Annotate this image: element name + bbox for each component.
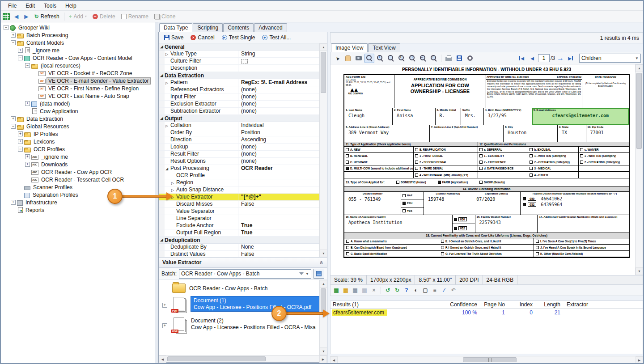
- scope-select[interactable]: Children ▼: [579, 54, 641, 63]
- property-row-description[interactable]: Description: [159, 65, 319, 72]
- undo-button[interactable]: ↶: [449, 286, 458, 294]
- forward-button[interactable]: ▶: [21, 13, 31, 20]
- add-button[interactable]: +Add▾: [66, 13, 89, 21]
- tree-expander[interactable]: +: [11, 200, 16, 205]
- test-single-button[interactable]: ▶Test Single: [219, 34, 258, 42]
- result-row[interactable]: cfears5sitemeter.com100 %1021: [330, 309, 643, 317]
- tree-item-lexicons[interactable]: +Lexicons: [1, 138, 155, 145]
- tree-expander[interactable]: −: [18, 55, 23, 60]
- thumbnails-button[interactable]: ≡: [431, 286, 439, 294]
- property-row-exclude-anchor[interactable]: Exclude AnchorTrue: [159, 222, 319, 229]
- replace-page-button[interactable]: ▦: [351, 286, 359, 294]
- pan-tool-button[interactable]: [343, 54, 353, 63]
- rotate-left-button[interactable]: ↺: [384, 286, 392, 294]
- editor-tab-scripting[interactable]: Scripting: [193, 23, 223, 32]
- zoom-out-button[interactable]: −: [386, 54, 396, 63]
- tree-item-ve-ocr-docket-reocr-zone[interactable]: VE OCR - Docket # - ReOCR Zone: [1, 69, 155, 77]
- annotate-button[interactable]: ∕: [440, 286, 448, 294]
- property-row-output-full-region[interactable]: Output Full RegionTrue: [159, 229, 319, 237]
- delete-page-button[interactable]: ×: [370, 286, 378, 294]
- print-button[interactable]: [444, 54, 453, 63]
- property-row-value-separator[interactable]: Value Separator: [159, 208, 319, 215]
- property-row-culture-filter[interactable]: Culture Filter: [159, 58, 319, 65]
- scroll-up-icon[interactable]: ▲: [636, 64, 643, 72]
- tree-item-global-resources[interactable]: −Global Resources: [1, 123, 155, 130]
- property-row-result-filter[interactable]: Result Filter(none): [159, 151, 319, 158]
- scroll-up-icon[interactable]: ▲: [320, 43, 327, 51]
- tree-item-ocr-profiles[interactable]: −OCR Profiles: [1, 145, 155, 153]
- tree-expander[interactable]: −: [18, 147, 23, 152]
- batch-document-document-1[interactable]: +PDFDocument (1)Cow App - Licensee - Pos…: [162, 296, 319, 313]
- save-image-button[interactable]: [454, 54, 464, 63]
- property-row-ocr-profile[interactable]: OCR Profile: [159, 172, 319, 179]
- panel-splitter[interactable]: [155, 22, 158, 363]
- editor-tab-data-type[interactable]: Data Type: [159, 23, 192, 32]
- property-row-value-type[interactable]: ▷Value TypeString: [159, 51, 319, 58]
- property-row-auto-snap-distance[interactable]: ▷Auto Snap Distance: [159, 186, 319, 194]
- scroll-right-icon[interactable]: ▶: [319, 356, 327, 363]
- zoom-width-button[interactable]: ↔: [418, 54, 428, 63]
- viewer-tab-image-view[interactable]: Image View: [331, 43, 368, 52]
- tree-item-ve-ocr-last-name-auto-snap[interactable]: VE OCR - Last Name - Auto Snap: [1, 92, 155, 100]
- menu-help[interactable]: Help: [61, 2, 81, 10]
- property-row-discard-misses[interactable]: Discard MissesFalse: [159, 201, 319, 208]
- viewport-scrollbar[interactable]: ▲ ▼: [635, 64, 643, 275]
- tree-expander[interactable]: −: [25, 63, 30, 68]
- scroll-down-icon[interactable]: ▼: [636, 267, 643, 275]
- scroll-down-icon[interactable]: ▼: [320, 250, 327, 257]
- tree-expander[interactable]: +: [11, 116, 16, 121]
- tree-item-local-resources[interactable]: −(local resources): [1, 62, 155, 69]
- previous-page-button[interactable]: ◀: [527, 54, 537, 63]
- zoom-actual-button[interactable]: 1: [397, 54, 407, 63]
- tree-item-ocr-reader-tesseract-cell-ocr[interactable]: OCR Reader - Tesseract Cell OCR: [1, 176, 155, 183]
- document-viewport[interactable]: PERSONALLY IDENTIFIABLE INFORMATION - WI…: [330, 64, 643, 275]
- editor-tab-contents[interactable]: Contents: [223, 23, 254, 32]
- scroll-right-icon[interactable]: ▶: [636, 356, 643, 364]
- property-row-exclusion-extractor[interactable]: Exclusion Extractor(none): [159, 101, 319, 108]
- tree-expander[interactable]: +: [18, 48, 23, 53]
- property-expander-icon[interactable]: ▷: [165, 51, 170, 57]
- property-row-post-processing[interactable]: ◢Post ProcessingOCR Reader: [159, 165, 319, 172]
- property-row-value-extractor[interactable]: ▷Value Extractor"[^@]+": [159, 194, 319, 201]
- property-row-line-separator[interactable]: Line Separator: [159, 215, 319, 222]
- contrast-button[interactable]: ◐: [412, 286, 420, 294]
- clone-button[interactable]: Clone: [152, 13, 178, 21]
- tree-item-ve-ocr-first-name-define-region[interactable]: VE OCR - First Name - Define Region: [1, 85, 155, 92]
- tree-item-cow-application[interactable]: Cow Application: [1, 107, 155, 115]
- scroll-left-icon[interactable]: ◀: [330, 356, 338, 364]
- tree-expander[interactable]: +: [18, 139, 23, 144]
- property-expander-icon[interactable]: ▷: [171, 180, 176, 186]
- menu-file[interactable]: File: [4, 2, 21, 10]
- tree-expander[interactable]: +: [25, 162, 30, 167]
- tree-expander[interactable]: −: [11, 124, 16, 129]
- scroll-down-icon[interactable]: ▼: [320, 347, 327, 355]
- open-batch-viewer-button[interactable]: [314, 269, 324, 279]
- refresh-button[interactable]: ↻Refresh: [31, 13, 62, 21]
- extract-page-button[interactable]: ▦: [360, 286, 369, 294]
- tree-item-batch-processing[interactable]: +Batch Processing: [1, 31, 155, 39]
- property-category-output[interactable]: ◢Output: [159, 115, 319, 122]
- property-row-referenced-extractors[interactable]: Referenced Extractors(none): [159, 86, 319, 93]
- tree-expander[interactable]: +: [25, 154, 30, 159]
- tree-item-infrastructure[interactable]: +Infrastructure: [1, 199, 155, 206]
- tree-item-ocr-reader-cow-app-ocr[interactable]: OCR Reader - Cow App OCR: [1, 168, 155, 176]
- property-grid-scrollbar[interactable]: ▲ ▼: [319, 43, 327, 257]
- property-row-collation[interactable]: ▷CollationIndividual: [159, 122, 319, 129]
- property-expander-icon[interactable]: ▷: [165, 123, 170, 129]
- last-page-button[interactable]: ▶: [566, 54, 576, 63]
- property-row-lookup[interactable]: Lookup(none): [159, 144, 319, 151]
- tree-item-_ignore-me[interactable]: +_ignore me: [1, 153, 155, 161]
- property-row-subtraction-extractor[interactable]: Subtraction Extractor(none): [159, 108, 319, 115]
- back-button[interactable]: ◀: [12, 13, 21, 20]
- batch-tree-horizontal-scrollbar[interactable]: ◀ ▶: [159, 355, 327, 362]
- results-horizontal-scrollbar[interactable]: ◀ ▶: [330, 356, 643, 363]
- tree-expander[interactable]: −: [11, 40, 16, 45]
- recognize-button[interactable]: ?: [402, 286, 411, 294]
- tree-item-ocr-reader-cow-apps-content-model[interactable]: −OCR Reader - Cow Apps - Content Model: [1, 54, 155, 62]
- image-settings-button[interactable]: [465, 54, 475, 63]
- menu-tools[interactable]: Tools: [39, 2, 61, 10]
- batch-combo[interactable]: OCR Reader - Cow Apps - Batch ▼: [179, 269, 311, 279]
- tree-expander[interactable]: +: [162, 303, 167, 308]
- zoom-fit-button[interactable]: □: [407, 54, 417, 63]
- tree-item-data-extraction[interactable]: +Data Extraction: [1, 115, 155, 123]
